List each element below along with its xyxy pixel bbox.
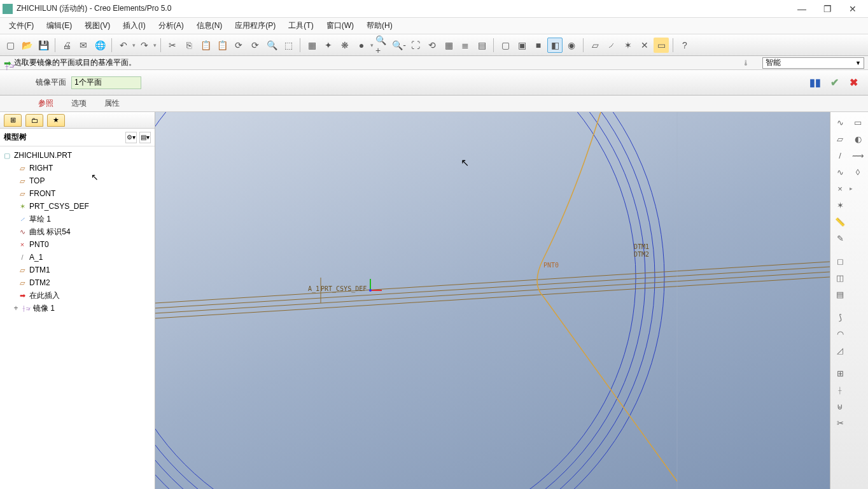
sweep-icon[interactable]: ⟿ <box>850 148 866 163</box>
axis-tool-icon[interactable]: / <box>832 148 848 163</box>
graphics-viewport[interactable]: DTM1 DTM2 PNT0 PRT_CSYS_DEF A_1 ↖ <box>155 112 830 489</box>
ok-button[interactable]: ✔ <box>827 76 841 90</box>
menu-insert[interactable]: 插入(I) <box>116 18 151 34</box>
layer-icon[interactable]: ≣ <box>458 38 473 53</box>
enhance-icon[interactable]: ◉ <box>564 38 579 53</box>
menu-window[interactable]: 窗口(W) <box>320 18 360 34</box>
paste-icon[interactable]: 📋 <box>198 38 213 53</box>
tree-item[interactable]: ▱RIGHT <box>1 162 153 174</box>
tree-show-button[interactable]: ▤▾ <box>139 132 151 143</box>
menu-help[interactable]: 帮助(H) <box>360 18 399 34</box>
zoomin-icon[interactable]: 🔍+ <box>375 38 390 53</box>
tab-options[interactable]: 选项 <box>62 96 95 111</box>
tab-properties[interactable]: 属性 <box>95 96 129 111</box>
sketch-tool-icon[interactable]: ∿ <box>832 115 848 130</box>
tree-item[interactable]: ∿曲线 标识54 <box>1 225 153 238</box>
csys-tool-icon[interactable]: ✶ <box>832 197 848 213</box>
shell-icon[interactable]: ◫ <box>832 270 848 285</box>
point-tool-icon[interactable]: × <box>832 181 848 196</box>
folder-tab[interactable]: 🗀 <box>25 114 43 127</box>
paste2-icon[interactable]: 📋 <box>214 38 230 53</box>
rib-icon[interactable]: ▤ <box>832 287 848 302</box>
regen-icon[interactable]: ⟳ <box>231 38 246 53</box>
tree-item[interactable]: ▱DTM2 <box>1 276 153 289</box>
redo-icon[interactable]: ↷ <box>137 38 152 53</box>
merge-icon[interactable]: ⊎ <box>832 399 848 414</box>
ruler-icon[interactable]: 📏 <box>832 214 848 229</box>
tree-item[interactable]: ▱TOP <box>1 174 153 187</box>
spin2-icon[interactable]: ❋ <box>337 38 353 53</box>
zoomfit-icon[interactable]: ⛶ <box>408 38 423 53</box>
round-icon[interactable]: ◠ <box>832 326 848 341</box>
menu-view[interactable]: 视图(V) <box>78 18 116 34</box>
chamfer-icon[interactable]: ◿ <box>832 343 848 358</box>
tree-item-insert[interactable]: ➡在此插入 <box>1 289 153 302</box>
select-icon[interactable]: ⬚ <box>281 38 296 53</box>
pattern-icon[interactable]: ⊞ <box>832 365 848 381</box>
close-button[interactable]: ✕ <box>840 1 865 17</box>
tab-references[interactable]: 参照 <box>29 96 62 111</box>
model-tree[interactable]: ▢ ZHICHILUN.PRT ▱RIGHT ▱TOP ▱FRONT ✶PRT_… <box>0 146 155 489</box>
modeltree-tab[interactable]: ⊞ <box>4 114 22 127</box>
orient-icon[interactable]: ⟲ <box>424 38 440 53</box>
spin-icon[interactable]: ✦ <box>321 38 336 53</box>
menu-file[interactable]: 文件(F) <box>3 18 40 34</box>
draft-icon[interactable]: ⟆ <box>832 309 848 325</box>
savedview-icon[interactable]: ▦ <box>441 38 456 53</box>
tree-item[interactable]: ▱DTM1 <box>1 264 153 276</box>
pause-button[interactable]: ▮▮ <box>808 76 822 90</box>
tree-item[interactable]: ×PNT0 <box>1 238 153 251</box>
shade-icon[interactable]: ● <box>354 38 369 53</box>
trim-icon[interactable]: ✂ <box>832 415 848 430</box>
tree-root[interactable]: ▢ ZHICHILUN.PRT <box>1 149 153 162</box>
mail-icon[interactable]: ✉ <box>76 38 91 53</box>
datum-csys-icon[interactable]: ✕ <box>637 38 652 53</box>
save-icon[interactable]: 💾 <box>36 38 51 53</box>
favorites-tab[interactable]: ★ <box>47 114 65 127</box>
selection-filter-dropdown[interactable]: 智能 ▼ <box>762 57 864 69</box>
wire-icon[interactable]: ▢ <box>498 38 513 53</box>
menu-info[interactable]: 信息(N) <box>190 18 229 34</box>
menu-analysis[interactable]: 分析(A) <box>152 18 190 34</box>
copy-icon[interactable]: ⎘ <box>181 38 197 53</box>
datum-point-icon[interactable]: ✶ <box>620 38 636 53</box>
plane-tool-icon[interactable]: ▱ <box>832 131 848 146</box>
zoomout-icon[interactable]: 🔍- <box>391 38 407 53</box>
tree-item[interactable]: ▱FRONT <box>1 187 153 200</box>
menu-tools[interactable]: 工具(T) <box>282 18 319 34</box>
datum-plane-icon[interactable]: ▱ <box>587 38 603 53</box>
open-icon[interactable]: 📂 <box>19 38 34 53</box>
revolve-icon[interactable]: ◐ <box>850 131 866 146</box>
print-icon[interactable]: 🖨 <box>59 38 74 53</box>
menu-edit[interactable]: 编辑(E) <box>40 18 78 34</box>
shading-icon[interactable]: ◧ <box>547 38 563 53</box>
minimize-button[interactable]: — <box>789 1 815 17</box>
tree-item[interactable]: ✶PRT_CSYS_DEF <box>1 200 153 213</box>
regen2-icon[interactable]: ⟳ <box>248 38 263 53</box>
cancel-button[interactable]: ✖ <box>846 76 860 90</box>
undo-icon[interactable]: ↶ <box>116 38 131 53</box>
tree-item[interactable]: ⟋草绘 1 <box>1 213 153 225</box>
style-icon[interactable]: ✎ <box>832 230 848 246</box>
tree-item[interactable]: /A_1 <box>1 251 153 264</box>
web-icon[interactable]: 🌐 <box>92 38 108 53</box>
help-icon[interactable]: ? <box>677 38 692 53</box>
mirror-plane-collector[interactable] <box>71 76 141 89</box>
tree-settings-button[interactable]: ⚙▾ <box>125 132 137 143</box>
repaint-icon[interactable]: ▦ <box>304 38 319 53</box>
mirror-tool-icon[interactable]: ⟊ <box>832 382 848 397</box>
hole-icon[interactable]: ◻ <box>832 253 848 269</box>
annot-icon[interactable]: ▭ <box>654 38 669 53</box>
viewmgr-icon[interactable]: ▤ <box>474 38 489 53</box>
blend-icon[interactable]: ◊ <box>850 164 866 180</box>
new-icon[interactable]: ▢ <box>3 38 18 53</box>
hidden-icon[interactable]: ▣ <box>514 38 529 53</box>
datum-axis-icon[interactable]: ⟋ <box>604 38 619 53</box>
cut-icon[interactable]: ✂ <box>165 38 180 53</box>
maximize-button[interactable]: ❐ <box>815 1 840 17</box>
menu-app[interactable]: 应用程序(P) <box>228 18 282 34</box>
expand-icon[interactable]: + <box>13 304 19 313</box>
extrude-icon[interactable]: ▭ <box>850 115 866 130</box>
find-icon[interactable]: 🔍 <box>264 38 279 53</box>
curve-tool-icon[interactable]: ∿ <box>832 164 848 180</box>
